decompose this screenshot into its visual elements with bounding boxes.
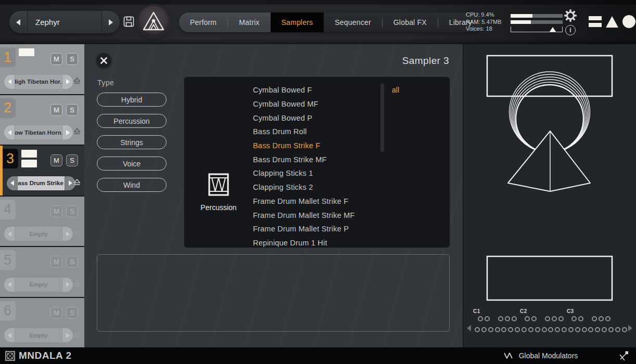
solo-button[interactable]: S bbox=[66, 154, 78, 166]
white-key-dot[interactable] bbox=[588, 327, 593, 332]
next-sample-button[interactable] bbox=[62, 328, 73, 342]
white-key-dot[interactable] bbox=[575, 327, 580, 332]
prev-sample-button[interactable] bbox=[4, 227, 15, 241]
type-filter-hybrid[interactable]: Hybrid bbox=[97, 93, 167, 107]
black-key-dot[interactable] bbox=[505, 316, 510, 321]
sampler-slot-3[interactable]: 3MSBass Drum Strike F bbox=[0, 146, 84, 196]
sample-list-item[interactable]: Clapping Sticks 1 bbox=[253, 166, 372, 180]
black-key-dot[interactable] bbox=[599, 316, 604, 321]
white-key-dot[interactable] bbox=[595, 327, 600, 332]
keyboard-scroll-left-button[interactable] bbox=[467, 325, 471, 331]
white-key-dot[interactable] bbox=[582, 327, 587, 332]
white-key-dot[interactable] bbox=[508, 327, 513, 332]
white-key-dot[interactable] bbox=[521, 327, 527, 332]
prev-sample-button[interactable] bbox=[4, 125, 15, 139]
sample-list-item[interactable]: Bass Drum Strike F bbox=[253, 139, 372, 153]
black-key-dot[interactable] bbox=[525, 316, 530, 321]
black-key-dot[interactable] bbox=[545, 316, 550, 321]
slot-preset-name[interactable]: Bass Drum Strike F bbox=[17, 176, 65, 190]
eject-button[interactable] bbox=[73, 127, 81, 137]
slot-preset-name[interactable]: Low Tibetan Horn... bbox=[15, 125, 62, 139]
eject-button[interactable] bbox=[73, 280, 81, 289]
sample-list-item[interactable]: Repinique Drum 1 Hit bbox=[253, 236, 372, 248]
sample-list-item[interactable]: Bass Drum Roll bbox=[253, 125, 372, 139]
tab-sequencer[interactable]: Sequencer bbox=[324, 12, 382, 32]
solo-button[interactable]: S bbox=[66, 205, 78, 217]
mute-button[interactable]: M bbox=[50, 53, 62, 65]
white-key-dot[interactable] bbox=[475, 327, 480, 332]
white-key-dot[interactable] bbox=[568, 327, 574, 332]
black-key-dot[interactable] bbox=[605, 316, 610, 321]
white-key-dot[interactable] bbox=[535, 327, 540, 332]
white-key-dot[interactable] bbox=[548, 327, 553, 332]
white-key-dot[interactable] bbox=[488, 327, 493, 332]
mute-button[interactable]: M bbox=[50, 307, 62, 319]
close-button[interactable] bbox=[96, 53, 111, 68]
sample-list-item[interactable]: Frame Drum Mallet Strike P bbox=[253, 222, 372, 236]
slot-preset-name[interactable]: Empty bbox=[15, 278, 62, 292]
black-key-dot[interactable] bbox=[558, 316, 564, 321]
black-key-dot[interactable] bbox=[512, 316, 517, 321]
tab-samplers[interactable]: Samplers bbox=[271, 12, 324, 32]
eject-button[interactable] bbox=[73, 77, 81, 86]
white-key-dot[interactable] bbox=[542, 327, 547, 332]
solo-button[interactable]: S bbox=[66, 256, 78, 268]
keyboard-scroll-right-button[interactable] bbox=[628, 325, 632, 331]
tab-global-fx[interactable]: Global FX bbox=[383, 12, 438, 32]
next-preset-button[interactable] bbox=[102, 11, 120, 33]
mute-button[interactable]: M bbox=[50, 205, 62, 217]
white-key-dot[interactable] bbox=[495, 327, 500, 332]
sample-list-item[interactable]: Cymbal Bowed P bbox=[253, 111, 372, 125]
list-scrollbar[interactable] bbox=[380, 83, 384, 152]
white-key-dot[interactable] bbox=[528, 327, 533, 332]
prev-sample-button[interactable] bbox=[4, 328, 15, 342]
mntra-logo-badge[interactable] bbox=[138, 6, 169, 37]
white-key-dot[interactable] bbox=[622, 327, 627, 332]
sampler-slot-1[interactable]: 1MSHigh Tibetan Hor... bbox=[0, 44, 84, 94]
white-key-dot[interactable] bbox=[515, 327, 520, 332]
black-key-dot[interactable] bbox=[571, 316, 577, 321]
white-key-dot[interactable] bbox=[501, 327, 506, 332]
tab-perform[interactable]: Perform bbox=[179, 12, 227, 32]
type-filter-strings[interactable]: Strings bbox=[97, 135, 167, 149]
black-key-dot[interactable] bbox=[485, 316, 490, 321]
next-sample-button[interactable] bbox=[62, 278, 73, 292]
type-filter-wind[interactable]: Wind bbox=[97, 178, 167, 192]
next-sample-button[interactable] bbox=[62, 227, 73, 241]
sample-list-item[interactable]: Cymbal Bowed MF bbox=[253, 97, 372, 111]
slot-preset-name[interactable]: Empty bbox=[15, 328, 62, 342]
sample-list-item[interactable]: Frame Drum Mallet Strike MF bbox=[253, 208, 372, 222]
range-slider-marker[interactable] bbox=[550, 27, 556, 32]
sampler-slot-6[interactable]: 6MSEmpty bbox=[0, 298, 84, 348]
solo-button[interactable]: S bbox=[66, 104, 78, 116]
black-key-dot[interactable] bbox=[531, 316, 537, 321]
type-filter-voice[interactable]: Voice bbox=[97, 157, 167, 171]
mute-button[interactable]: M bbox=[50, 154, 62, 166]
sample-list-item[interactable]: Frame Drum Mallet Strike F bbox=[253, 194, 372, 209]
prev-sample-button[interactable] bbox=[7, 176, 17, 190]
black-key-dot[interactable] bbox=[478, 316, 483, 321]
global-modulators-button[interactable]: Global Modulators bbox=[463, 347, 619, 364]
sample-list-item[interactable]: Cymbal Bowed F bbox=[253, 83, 372, 97]
previous-preset-button[interactable] bbox=[9, 11, 27, 33]
white-key-dot[interactable] bbox=[615, 327, 620, 332]
eject-button[interactable] bbox=[73, 178, 81, 188]
white-key-dot[interactable] bbox=[562, 327, 567, 332]
black-key-dot[interactable] bbox=[498, 316, 503, 321]
prev-sample-button[interactable] bbox=[4, 75, 15, 89]
preset-name-field[interactable]: Zephyr bbox=[27, 11, 102, 33]
slot-preset-name[interactable]: High Tibetan Hor... bbox=[15, 75, 62, 89]
tab-matrix[interactable]: Matrix bbox=[228, 12, 270, 32]
info-button[interactable]: i bbox=[565, 25, 576, 35]
modulation-routing-button[interactable] bbox=[618, 350, 630, 363]
filter-all-link[interactable]: all bbox=[392, 86, 399, 94]
settings-button[interactable] bbox=[563, 8, 578, 25]
sampler-slot-2[interactable]: 2MSLow Tibetan Horn... bbox=[0, 95, 84, 145]
next-sample-button[interactable] bbox=[62, 75, 73, 89]
black-key-dot[interactable] bbox=[552, 316, 557, 321]
white-key-dot[interactable] bbox=[481, 327, 487, 332]
slot-preset-name[interactable]: Empty bbox=[15, 227, 62, 241]
sample-list-item[interactable]: Clapping Sticks 2 bbox=[253, 180, 372, 194]
eject-button[interactable] bbox=[73, 330, 81, 340]
white-key-dot[interactable] bbox=[602, 327, 607, 332]
